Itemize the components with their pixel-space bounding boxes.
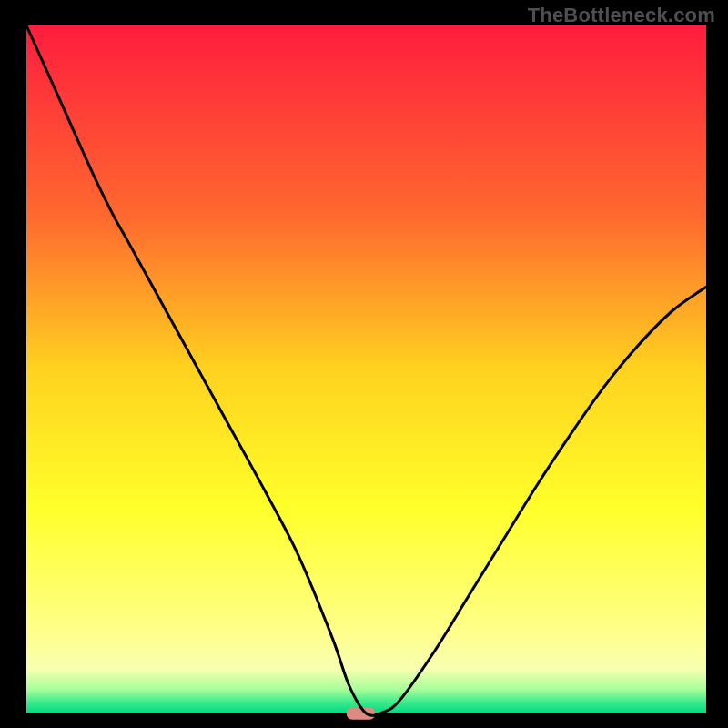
chart-frame: { "watermark": "TheBottleneck.com", "cha… xyxy=(0,0,728,728)
bottleneck-chart xyxy=(0,0,728,728)
chart-background xyxy=(26,25,706,713)
watermark-text: TheBottleneck.com xyxy=(528,4,715,27)
